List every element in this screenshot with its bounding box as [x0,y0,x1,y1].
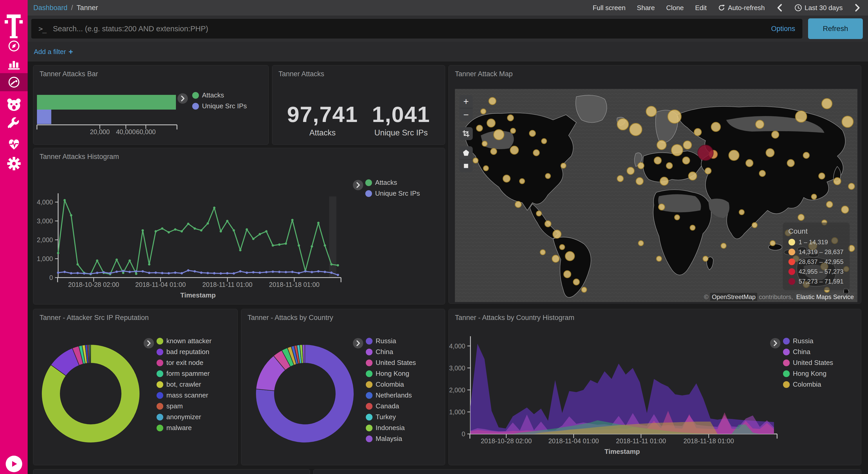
panel-title[interactable]: Tanner Attacks [278,70,324,78]
legend-item[interactable]: form spammer [157,369,212,378]
refresh-button[interactable]: Refresh [808,18,863,39]
attack-bubble[interactable] [694,128,702,136]
legend-item[interactable]: Russia [783,337,833,345]
attack-bubble[interactable] [654,157,661,164]
telekom-logo-icon[interactable] [5,10,23,40]
sidebar-item-devtools[interactable] [0,115,28,133]
attack-bubble[interactable] [561,163,566,168]
attack-bubble[interactable] [529,130,535,137]
attack-bubble[interactable] [660,177,668,185]
attack-bubble[interactable] [515,201,521,208]
attack-bubble[interactable] [552,255,559,262]
attack-bubble[interactable] [520,179,525,184]
attack-bubble[interactable] [582,287,587,292]
attack-bubble[interactable] [560,244,565,250]
legend-item[interactable]: Netherlands [366,391,416,399]
attack-bubble[interactable] [541,139,547,144]
attack-bubble[interactable] [798,214,804,220]
attack-bubble[interactable] [638,241,644,246]
add-filter-link[interactable]: Add a filter+ [34,47,73,56]
attack-bubble[interactable] [629,123,642,136]
attack-bubble[interactable] [841,206,848,213]
attack-bubble[interactable] [545,173,551,179]
attack-bubble[interactable] [482,141,487,146]
attack-bubble[interactable] [533,150,539,156]
legend-item[interactable]: Turkey [366,413,416,421]
attack-bubble[interactable] [666,162,673,169]
attack-bubble[interactable] [683,141,691,149]
legend-item[interactable]: bad reputation [157,348,212,356]
sidebar-item-monitoring[interactable] [0,135,28,153]
attack-bubble[interactable] [746,159,753,167]
attack-bubble[interactable] [507,115,514,121]
ems-link[interactable]: Elastic Maps Service [795,293,855,301]
map-zoom-out-button[interactable]: − [459,108,473,121]
attack-bubble[interactable] [540,250,545,255]
attack-bubble[interactable] [811,194,816,199]
attack-bubble[interactable] [487,119,495,127]
legend-collapse-button[interactable] [353,180,363,190]
legend-item[interactable]: Canada [366,402,416,410]
legend-collapse-button[interactable] [770,338,780,348]
attack-bubble[interactable] [481,109,486,114]
attack-bubble[interactable] [473,158,478,163]
legend-item[interactable]: Colombia [366,380,416,388]
legend-item[interactable]: China [783,348,833,356]
attack-bubble[interactable] [564,271,571,278]
sidebar-item-dashboard[interactable] [0,73,28,91]
breadcrumb-dashboard-link[interactable]: Dashboard [33,4,67,12]
attack-bubble[interactable] [711,122,720,131]
attack-bubble[interactable] [668,110,681,123]
attack-bubble[interactable] [489,97,496,105]
search-input[interactable] [53,24,766,33]
sidebar-collapse-button[interactable] [6,456,22,472]
attack-bubble[interactable] [476,125,483,131]
attack-bubble[interactable] [675,215,680,220]
attack-bubble[interactable] [822,98,832,109]
attack-bubble[interactable] [636,178,643,185]
map-fit-bounds-button[interactable] [459,127,473,140]
attack-bubble[interactable] [688,172,697,180]
sidebar-item-visualize[interactable] [0,55,28,73]
clone-button[interactable]: Clone [666,4,684,12]
attack-bubble[interactable] [848,183,855,189]
sidebar-item-discover[interactable] [0,37,28,55]
osm-link[interactable]: OpenStreetMap [710,293,757,301]
legend-item[interactable]: Attacks [192,91,247,99]
legend-item[interactable]: malware [157,424,212,432]
attack-bubble[interactable] [803,152,809,158]
attack-bubble[interactable] [772,131,779,138]
attack-bubble[interactable] [739,210,744,215]
attack-bubble[interactable] [657,140,666,150]
legend-item[interactable]: Russia [366,337,416,345]
attack-bubble[interactable] [646,106,656,117]
sidebar-item-management[interactable] [0,154,28,173]
attack-bubble[interactable] [796,111,807,122]
legend-item[interactable]: United States [366,359,416,367]
time-forward-button[interactable] [854,3,861,12]
legend-item[interactable]: Attacks [365,179,420,187]
attack-bubble[interactable] [698,145,713,160]
attack-bubble[interactable] [690,225,695,230]
legend-collapse-button[interactable] [178,93,188,103]
legend-item[interactable]: Colombia [783,380,833,388]
attack-bubble[interactable] [672,145,683,156]
attack-bubble[interactable] [573,279,580,285]
legend-collapse-button[interactable] [353,338,363,348]
map-draw-polygon-button[interactable] [459,146,473,159]
time-back-button[interactable] [776,3,783,12]
legend-item[interactable]: Unique Src IPs [365,189,420,198]
attack-bubble[interactable] [491,148,497,154]
legend-item[interactable]: known attacker [157,337,212,345]
legend-item[interactable]: Indonesia [366,424,416,432]
attack-bubble[interactable] [819,173,825,179]
attack-bubble[interactable] [755,120,764,128]
sidebar-item-honeypot[interactable] [0,96,28,114]
map-zoom-in-button[interactable]: + [459,95,473,108]
full-screen-button[interactable]: Full screen [593,4,625,12]
edit-button[interactable]: Edit [695,4,707,12]
attack-bubble[interactable] [658,204,665,210]
attack-bubble[interactable] [656,256,661,261]
attack-bubble[interactable] [683,157,690,164]
legend-item[interactable]: mass scanner [157,391,212,399]
